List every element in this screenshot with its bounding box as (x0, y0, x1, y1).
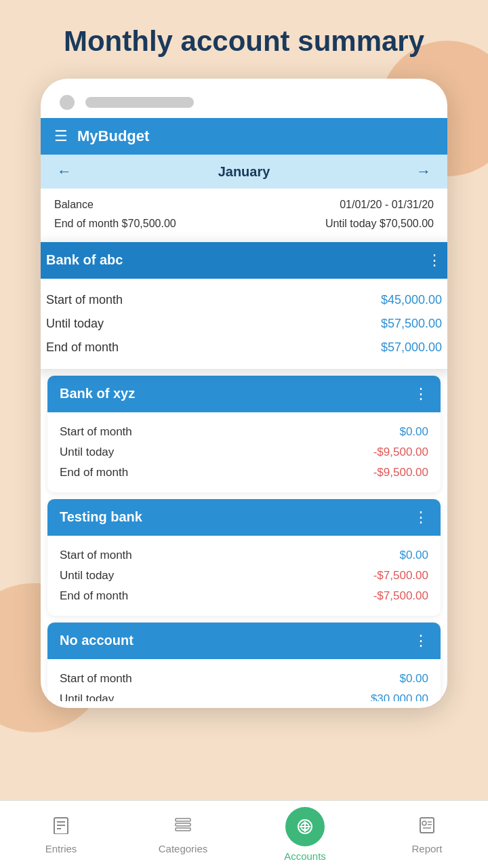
account-name-2: No account (60, 633, 134, 648)
expanded-account-body: Start of month $45,000.00 Until today $5… (41, 279, 447, 369)
account-end-row-1: End of month -$7,500.00 (60, 586, 428, 606)
account-header-2[interactable]: No account ⋮ (47, 623, 441, 659)
account-start-label-0: Start of month (60, 425, 132, 439)
bottom-nav: Entries Categories Accounts (0, 800, 488, 868)
nav-entries[interactable]: Entries (0, 801, 122, 868)
report-label: Report (411, 843, 442, 854)
phone-screen: ☰ MyBudget ← January → Balance End of mo… (41, 118, 447, 701)
month-nav: ← January → (41, 155, 447, 189)
expanded-account-card: Bank of abc ⋮ Start of month $45,000.00 … (41, 242, 447, 369)
expanded-start-label: Start of month (46, 293, 123, 307)
expanded-start-value: $45,000.00 (381, 293, 442, 307)
balance-left: Balance End of month $70,500.00 (54, 195, 176, 232)
expanded-until-row: Until today $57,500.00 (46, 312, 442, 336)
categories-label: Categories (159, 843, 208, 854)
end-of-month-balance: End of month $70,500.00 (54, 214, 176, 233)
accounts-icon (285, 807, 325, 846)
account-start-label-1: Start of month (60, 549, 132, 562)
account-start-row-0: Start of month $0.00 (60, 422, 428, 442)
account-start-row-1: Start of month $0.00 (60, 545, 428, 566)
account-name-1: Testing bank (60, 509, 142, 525)
account-header-1[interactable]: Testing bank ⋮ (47, 499, 441, 536)
expanded-end-label: End of month (46, 340, 119, 355)
categories-icon (174, 815, 192, 839)
account-until-row-0: Until today -$9,500.00 (60, 442, 428, 462)
expanded-until-value: $57,500.00 (381, 317, 442, 331)
expanded-account-menu[interactable]: ⋮ (427, 252, 442, 269)
accounts-label: Accounts (284, 850, 326, 862)
account-header-0[interactable]: Bank of xyz ⋮ (47, 376, 441, 412)
account-start-label-2: Start of month (60, 672, 132, 686)
account-until-label-0: Until today (60, 446, 114, 459)
account-menu-0[interactable]: ⋮ (413, 385, 428, 403)
entries-icon (52, 815, 70, 839)
current-month: January (218, 164, 270, 180)
balance-label: Balance (54, 195, 176, 214)
app-bar-title: MyBudget (77, 127, 149, 145)
account-body-0: Start of month $0.00 Until today -$9,500… (47, 412, 441, 492)
menu-icon[interactable]: ☰ (54, 127, 68, 145)
svg-rect-5 (176, 823, 190, 826)
svg-rect-4 (176, 818, 190, 821)
expanded-start-row: Start of month $45,000.00 (46, 288, 442, 312)
account-end-value-0: -$9,500.00 (373, 466, 428, 479)
accounts-list: Bank of xyz ⋮ Start of month $0.00 Until… (41, 376, 447, 702)
nav-report[interactable]: Report (366, 801, 488, 868)
account-menu-2[interactable]: ⋮ (413, 632, 428, 650)
account-until-label-2: Until today (60, 692, 114, 702)
date-range: 01/01/20 - 01/31/20 (325, 195, 434, 214)
phone-notch (41, 95, 447, 118)
account-end-label-1: End of month (60, 589, 128, 603)
svg-rect-9 (420, 818, 434, 833)
until-today-balance: Until today $70,500.00 (325, 214, 434, 233)
app-bar: ☰ MyBudget (41, 118, 447, 155)
account-body-2: Start of month $0.00 Until today $30,000… (47, 659, 441, 702)
account-end-value-1: -$7,500.00 (373, 589, 428, 603)
phone-mockup: ☰ MyBudget ← January → Balance End of mo… (41, 79, 447, 708)
expanded-account-header[interactable]: Bank of abc ⋮ (41, 242, 447, 279)
expanded-account-name: Bank of abc (46, 252, 123, 268)
account-body-1: Start of month $0.00 Until today -$7,500… (47, 536, 441, 616)
account-until-value-0: -$9,500.00 (373, 446, 428, 459)
account-end-row-0: End of month -$9,500.00 (60, 462, 428, 483)
nav-accounts[interactable]: Accounts (244, 801, 366, 868)
svg-rect-6 (176, 828, 190, 831)
page-title: Monthly account summary (0, 0, 488, 72)
phone-camera (60, 95, 75, 110)
account-start-value-2: $0.00 (399, 672, 428, 686)
account-until-value-1: -$7,500.00 (373, 569, 428, 583)
account-start-value-1: $0.00 (399, 549, 428, 562)
account-until-label-1: Until today (60, 569, 114, 583)
account-start-row-2: Start of month $0.00 (60, 669, 428, 689)
balance-row: Balance End of month $70,500.00 01/01/20… (41, 189, 447, 241)
account-start-value-0: $0.00 (399, 425, 428, 439)
expanded-until-label: Until today (46, 317, 104, 331)
balance-right: 01/01/20 - 01/31/20 Until today $70,500.… (325, 195, 434, 232)
prev-month-button[interactable]: ← (57, 163, 72, 180)
expanded-end-value: $57,000.00 (381, 340, 442, 355)
account-card-1: Testing bank ⋮ Start of month $0.00 Unti… (47, 499, 441, 616)
account-until-value-2: $30,000.00 (371, 692, 428, 702)
account-name-0: Bank of xyz (60, 386, 135, 401)
account-card-2: No account ⋮ Start of month $0.00 Until … (47, 623, 441, 702)
account-card-0: Bank of xyz ⋮ Start of month $0.00 Until… (47, 376, 441, 492)
nav-categories[interactable]: Categories (122, 801, 244, 868)
svg-point-10 (422, 821, 426, 825)
expanded-end-row: End of month $57,000.00 (46, 336, 442, 359)
phone-speaker (85, 97, 194, 108)
next-month-button[interactable]: → (416, 163, 431, 180)
report-icon (418, 815, 436, 839)
account-menu-1[interactable]: ⋮ (413, 509, 428, 526)
entries-label: Entries (45, 843, 77, 854)
account-end-label-0: End of month (60, 466, 128, 479)
account-until-row-2: Until today $30,000.00 (60, 689, 428, 702)
account-until-row-1: Until today -$7,500.00 (60, 566, 428, 586)
